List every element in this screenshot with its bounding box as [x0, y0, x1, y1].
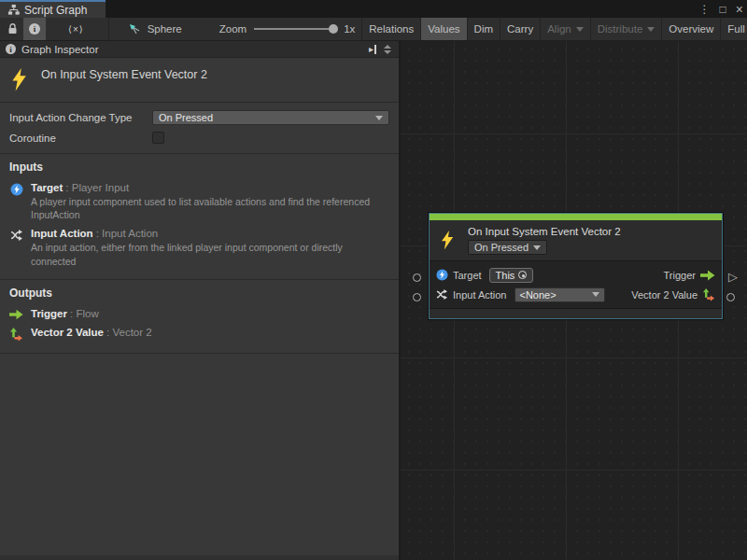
outputs-section: Outputs Trigger : Flow	[0, 280, 399, 354]
tab-script-graph[interactable]: Script Graph	[0, 0, 106, 18]
event-lightning-icon	[441, 231, 455, 250]
input-name: Target	[31, 182, 63, 193]
code-view-button[interactable]: ⟨×⟩	[63, 18, 90, 40]
relations-label: Relations	[369, 23, 414, 35]
node-title: On Input System Event Vector 2	[468, 226, 621, 237]
zoom-slider-handle[interactable]	[329, 24, 338, 34]
dim-button[interactable]: Dim	[467, 18, 500, 40]
output-name: Trigger	[31, 308, 67, 319]
target-input-port[interactable]	[413, 273, 421, 282]
chevron-down-icon	[592, 292, 599, 297]
list-item: Input Action : Input Action An input act…	[9, 228, 389, 267]
lock-icon	[7, 23, 18, 35]
change-type-dropdown[interactable]: On Pressed	[152, 110, 389, 125]
zoom-label: Zoom	[219, 23, 247, 35]
scroll-down-icon	[384, 50, 391, 54]
carry-button[interactable]: Carry	[500, 18, 540, 40]
node-mode-value: On Pressed	[474, 242, 529, 253]
input-description: An input action, either from the linked …	[31, 241, 389, 267]
overview-button[interactable]: Overview	[661, 18, 720, 40]
input-action-dropdown[interactable]: <None>	[514, 287, 605, 302]
zoom-control: Zoom 1x	[213, 18, 362, 40]
window-tab-bar: Script Graph ⋮ □ ×	[0, 0, 747, 18]
node-title-text: On Input System Event Vector 2	[41, 68, 207, 81]
output-name: Vector 2 Value	[31, 327, 104, 338]
zoom-slider[interactable]	[254, 28, 334, 30]
object-port-icon	[9, 183, 23, 196]
chevron-down-icon	[375, 116, 383, 120]
target-port-label: Target	[453, 270, 482, 281]
toolbar-left-group: i ⟨×⟩ Sphere Zoom 1x	[0, 18, 361, 40]
info-icon: i	[29, 23, 40, 35]
graph-asset-icon	[129, 23, 142, 35]
flow-arrow-icon	[9, 309, 23, 320]
object-port-icon	[436, 269, 448, 281]
input-name: Input Action	[31, 228, 93, 239]
code-brackets-icon: ⟨×⟩	[68, 24, 84, 35]
coroutine-checkbox[interactable]	[152, 132, 164, 144]
script-graph-icon	[7, 4, 20, 16]
toolbar-right-group: Relations Values Dim Carry Align Distrib…	[361, 18, 747, 40]
distribute-button[interactable]: Distribute	[590, 18, 662, 40]
graph-canvas[interactable]: ▷ On Input System Event Vector 2 On Pres…	[401, 41, 747, 560]
overview-label: Overview	[669, 23, 713, 35]
target-value: This	[496, 270, 515, 281]
panel-scroll-spinner[interactable]	[382, 45, 393, 54]
graph-inspector-title: Graph Inspector	[21, 44, 98, 55]
node-title-block: On Input System Event Vector 2	[0, 58, 399, 103]
inspector-toggle-button[interactable]: i	[23, 18, 46, 40]
vector2-icon	[9, 328, 23, 342]
vector2-icon	[702, 288, 715, 301]
graph-toolbar: i ⟨×⟩ Sphere Zoom 1x	[0, 18, 747, 41]
chevron-down-icon	[647, 27, 655, 32]
lock-button[interactable]	[2, 18, 23, 40]
node-header[interactable]: On Input System Event Vector 2 On Presse…	[430, 220, 722, 260]
graph-breadcrumb[interactable]: Sphere	[122, 18, 189, 40]
scroll-up-icon	[384, 45, 391, 49]
input-action-port-label: Input Action	[453, 289, 507, 301]
input-description: A player input component used to list av…	[31, 195, 389, 221]
coroutine-label: Coroutine	[9, 133, 152, 144]
dim-label: Dim	[474, 23, 493, 35]
node-mode-dropdown[interactable]: On Pressed	[468, 240, 547, 255]
input-action-icon	[9, 229, 23, 242]
graph-inspector-header: i Graph Inspector ▸	[0, 41, 399, 58]
trigger-port-label: Trigger	[664, 270, 696, 281]
full-screen-button[interactable]: Full Screen	[720, 18, 747, 40]
inputs-heading: Inputs	[9, 161, 389, 174]
chevron-down-icon	[576, 27, 584, 32]
input-type: : Input Action	[96, 228, 159, 239]
node-properties-block: Input Action Change Type On Pressed Coro…	[0, 103, 399, 154]
chevron-down-icon	[533, 245, 541, 250]
vector2-output-port[interactable]	[726, 293, 735, 301]
align-button[interactable]: Align	[540, 18, 590, 40]
flow-arrow-icon	[700, 270, 715, 281]
relations-button[interactable]: Relations	[361, 18, 420, 40]
values-label: Values	[428, 23, 459, 35]
output-type: : Flow	[70, 308, 99, 319]
maximize-icon[interactable]: □	[720, 3, 726, 16]
event-lightning-icon	[11, 68, 28, 91]
target-value-chip[interactable]: This	[489, 268, 534, 283]
list-item: Target : Player Input A player input com…	[9, 182, 389, 221]
output-type: : Vector 2	[106, 327, 152, 338]
event-node[interactable]: On Input System Event Vector 2 On Presse…	[429, 213, 723, 319]
change-type-value: On Pressed	[159, 112, 371, 123]
menu-icon[interactable]: ⋮	[699, 3, 711, 16]
full-screen-label: Full Screen	[727, 23, 747, 35]
inputs-section: Inputs Target : Player Input A player in…	[0, 154, 399, 280]
object-picker-icon	[518, 271, 527, 279]
trigger-output-port[interactable]: ▷	[728, 271, 738, 283]
node-body: Target This Trigger	[430, 261, 722, 308]
list-item: Trigger : Flow	[9, 308, 389, 320]
align-label: Align	[547, 23, 571, 35]
input-type: : Player Input	[65, 182, 129, 193]
dock-panel-icon[interactable]: ▸	[369, 44, 376, 54]
script-graph-window: Script Graph ⋮ □ × i ⟨×⟩	[0, 0, 747, 560]
input-action-icon	[436, 288, 448, 301]
values-button[interactable]: Values	[420, 18, 466, 40]
change-type-label: Input Action Change Type	[9, 112, 152, 123]
close-icon[interactable]: ×	[736, 2, 743, 17]
distribute-label: Distribute	[598, 23, 643, 35]
input-action-input-port[interactable]	[413, 293, 421, 301]
